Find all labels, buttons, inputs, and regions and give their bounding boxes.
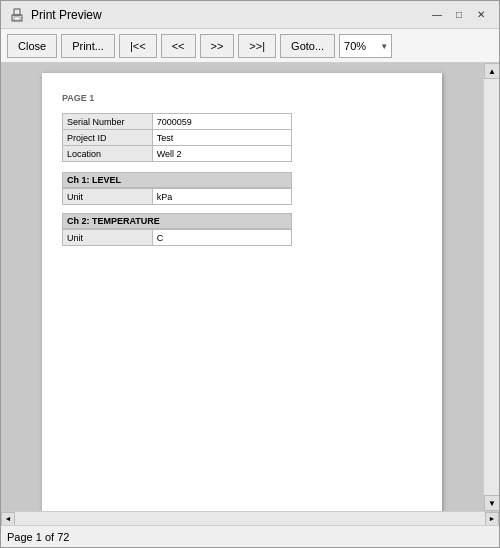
location-value: Well 2 [152,146,291,162]
scroll-right-button[interactable]: ► [485,512,499,526]
window-title: Print Preview [31,8,102,22]
location-label: Location [63,146,153,162]
svg-rect-1 [14,9,20,15]
table-row: Location Well 2 [63,146,292,162]
print-button[interactable]: Print... [61,34,115,58]
project-id-value: Test [152,130,291,146]
toolbar: Close Print... |<< << >> >>| Goto... 50%… [1,29,499,63]
scroll-track-vertical[interactable] [484,79,499,495]
table-row: Unit C [63,230,292,246]
goto-button[interactable]: Goto... [280,34,335,58]
maximize-button[interactable]: □ [449,6,469,24]
serial-number-value: 7000059 [152,114,291,130]
ch2-unit-label: Unit [63,230,153,246]
close-window-button[interactable]: ✕ [471,6,491,24]
table-row: Unit kPa [63,189,292,205]
ch1-table: Unit kPa [62,188,292,205]
title-bar-left: Print Preview [9,7,102,23]
status-bar: Page 1 of 72 [1,525,499,547]
ch1-unit-label: Unit [63,189,153,205]
page-status: Page 1 of 72 [7,531,69,543]
page-label: PAGE 1 [62,93,422,103]
scroll-left-button[interactable]: ◄ [1,512,15,526]
scroll-up-button[interactable]: ▲ [484,63,499,79]
project-id-label: Project ID [63,130,153,146]
bottom-area: ◄ ► Page 1 of 72 [1,511,499,547]
next-page-button[interactable]: >> [200,34,235,58]
zoom-select[interactable]: 50% 70% 100% 150% [339,34,392,58]
table-row: Project ID Test [63,130,292,146]
last-page-button[interactable]: >>| [238,34,276,58]
title-bar: Print Preview — □ ✕ [1,1,499,29]
scroll-area[interactable]: PAGE 1 Serial Number 7000059 Project ID … [1,63,483,511]
horizontal-scrollbar: ◄ ► [1,511,499,525]
svg-rect-2 [14,17,20,20]
ch2-table: Unit C [62,229,292,246]
serial-number-label: Serial Number [63,114,153,130]
ch2-unit-value: C [152,230,291,246]
first-page-button[interactable]: |<< [119,34,157,58]
table-row: Serial Number 7000059 [63,114,292,130]
vertical-scrollbar: ▲ ▼ [483,63,499,511]
ch1-header: Ch 1: LEVEL [62,172,292,188]
scroll-down-button[interactable]: ▼ [484,495,499,511]
close-button[interactable]: Close [7,34,57,58]
page-container: PAGE 1 Serial Number 7000059 Project ID … [42,73,442,511]
main-area: PAGE 1 Serial Number 7000059 Project ID … [1,63,499,511]
printer-icon [9,7,25,23]
prev-page-button[interactable]: << [161,34,196,58]
window-controls: — □ ✕ [427,6,491,24]
ch2-header: Ch 2: TEMPERATURE [62,213,292,229]
ch1-unit-value: kPa [152,189,291,205]
minimize-button[interactable]: — [427,6,447,24]
info-table: Serial Number 7000059 Project ID Test Lo… [62,113,292,162]
zoom-wrapper: 50% 70% 100% 150% ▼ [339,34,392,58]
